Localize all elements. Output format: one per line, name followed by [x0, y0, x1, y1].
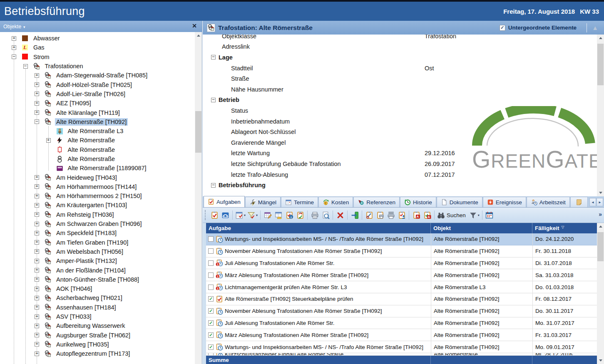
property-row[interactable]: Nähe Hausnummer — [203, 84, 604, 95]
print-button[interactable] — [309, 209, 320, 221]
tree-item[interactable]: +Am Rehsteig [TH036] — [0, 210, 195, 219]
tree-item[interactable]: +Augsburger Straße [TH062] — [0, 331, 195, 340]
expand-expander-icon[interactable]: + — [12, 45, 16, 50]
property-row[interactable]: StadtteilOst — [203, 63, 604, 74]
filter-check-button[interactable]: ▾ — [246, 209, 259, 221]
detail-scrollbar[interactable] — [597, 35, 604, 196]
subordinate-elements-checkbox[interactable]: ✓ — [500, 25, 505, 31]
tree-item[interactable]: Alte Römerstraße [11899087] — [0, 163, 195, 173]
unchecked-checkbox[interactable] — [208, 272, 214, 278]
table-edit-button[interactable] — [262, 209, 273, 221]
property-row[interactable]: letzte Sichtprüfung Gebäude Trafostation… — [203, 158, 604, 169]
print-list-button[interactable] — [385, 209, 396, 221]
list-layout-button[interactable]: ▾ — [234, 209, 246, 221]
tree-item[interactable]: +Ascherbachweg [TH021] — [0, 293, 195, 302]
expand-expander-icon[interactable]: + — [35, 203, 39, 208]
objects-menu-button[interactable]: Objekte — [0, 24, 21, 30]
scroll-up-icon[interactable] — [597, 223, 604, 230]
task-pdf-check-button[interactable]: A — [422, 209, 432, 221]
expand-expander-icon[interactable]: + — [35, 212, 39, 217]
task-print-button[interactable] — [375, 209, 385, 221]
expand-expander-icon[interactable]: + — [35, 259, 39, 263]
unchecked-checkbox[interactable] — [208, 285, 214, 290]
table-row[interactable]: Wartungs- und Inspektionsarbeiten MS- / … — [206, 233, 597, 245]
table-row[interactable]: !Juli Ablesung Trafostationen Alte Römer… — [206, 258, 597, 270]
tab-overflow-note[interactable] — [570, 197, 588, 207]
expand-expander-icon[interactable]: + — [35, 342, 39, 347]
expand-expander-icon[interactable]: + — [46, 138, 51, 143]
table-scrollbar-thumb[interactable] — [597, 232, 604, 261]
tree-item[interactable]: Alte Römerstraße L3 — [0, 126, 195, 136]
expand-expander-icon[interactable]: + — [35, 305, 39, 310]
tree-item[interactable]: +Aurikelweg [TH035] — [0, 340, 195, 349]
expand-expander-icon[interactable]: + — [35, 314, 39, 319]
chevron-down-icon[interactable]: ▾ — [478, 213, 480, 217]
table-scrollbar[interactable] — [597, 223, 604, 364]
task-sync-button[interactable] — [295, 209, 306, 221]
expand-expander-icon[interactable]: + — [35, 324, 39, 328]
expand-expander-icon[interactable]: + — [35, 231, 39, 235]
tree-item[interactable]: +AEZ [TH095] — [0, 99, 195, 108]
unchecked-checkbox[interactable] — [208, 236, 214, 242]
tasks-clipboard-button[interactable] — [209, 209, 220, 221]
tree-item[interactable]: +Anton-Günther-Straße [TH088] — [0, 275, 195, 284]
property-row[interactable]: −Betrieb — [203, 95, 604, 106]
tab-kosten[interactable]: €Kosten — [318, 197, 353, 207]
tree-item[interactable]: +ASV [TH033] — [0, 312, 195, 321]
column-header-f-lligkeit[interactable]: Fälligkeit▽ — [532, 223, 597, 233]
tree-item[interactable]: Alte Römerstraße — [0, 154, 195, 163]
tree-item[interactable]: +Am Tiefen Graben [TH190] — [0, 238, 195, 247]
checked-checkbox[interactable]: ✓ — [208, 308, 214, 314]
task-open-button[interactable] — [364, 209, 375, 221]
tree-item[interactable]: +Am Hörhammermoos [TH144] — [0, 182, 195, 191]
tree-item[interactable]: +Adolf-Hölzel-Straße [TH025] — [0, 80, 195, 89]
filter-funnel-button[interactable]: ▾ — [468, 209, 480, 221]
scroll-down-icon[interactable] — [597, 189, 604, 196]
chevron-down-icon[interactable]: ▾ — [256, 213, 258, 217]
expand-expander-icon[interactable]: + — [35, 101, 39, 106]
tree-item[interactable]: +AOK [TH046] — [0, 284, 195, 293]
property-row[interactable]: Straße — [203, 73, 604, 84]
tree-item[interactable]: +Adolf-Lier-Straße [TH026] — [0, 89, 195, 99]
table-row[interactable]: ✓November Ablesung Trafostationen Alte R… — [206, 305, 597, 317]
tree-item[interactable]: +Adam-Stegerwald-Straße [TH085] — [0, 71, 195, 80]
property-row[interactable]: Gravierende Mängel — [203, 137, 604, 148]
tree-item[interactable]: +Amper-Plastik [TH132] — [0, 256, 195, 265]
task-assign-button[interactable] — [396, 209, 407, 221]
tab-arbeitszeit[interactable]: Arbeitszeit — [527, 197, 570, 207]
checked-checkbox[interactable]: ✓ — [208, 332, 214, 338]
timeline-button[interactable] — [220, 209, 231, 221]
property-row[interactable]: Inbetriebnahmedatum — [203, 116, 604, 127]
table-row[interactable]: !März Ablesung Trafostationen Alte Römer… — [206, 269, 597, 281]
tree-item[interactable]: +Am Schwarzen Graben [TH096] — [0, 219, 195, 228]
table-row[interactable]: ✓Wartungs- und Inspektionsarbeiten MS- /… — [206, 341, 597, 353]
tree-item[interactable]: +Am Speckfeld [TH183] — [0, 228, 195, 238]
tab-m-ngel[interactable]: Mängel — [245, 197, 281, 207]
table-row[interactable]: November Ablesung Trafostationen Alte Rö… — [206, 245, 597, 258]
expand-expander-icon[interactable]: + — [35, 82, 39, 87]
collapse-panel-icon[interactable]: ▲ — [592, 24, 598, 31]
expand-expander-icon[interactable]: + — [35, 333, 39, 337]
tab-termine[interactable]: Termine — [281, 197, 318, 207]
table-row[interactable]: ✓März Ablesung Trafostationen Alte Römer… — [206, 329, 597, 341]
print-preview-button[interactable] — [320, 209, 331, 221]
collapse-expander-icon[interactable]: − — [23, 64, 28, 69]
property-row[interactable]: ObjektklasseTrafostation — [203, 35, 604, 42]
tree-item[interactable]: +An der Floßlände [TH104] — [0, 265, 195, 275]
checked-checkbox[interactable]: ✓ — [208, 344, 214, 350]
tree-scrollbar-thumb[interactable] — [195, 111, 201, 153]
tree-scrollbar[interactable] — [195, 32, 202, 364]
expand-expander-icon[interactable]: + — [35, 110, 39, 115]
tree-item[interactable]: +Abwasser — [0, 34, 195, 43]
property-row[interactable]: −Lage — [203, 52, 604, 63]
search-binoculars-button[interactable]: Suchen — [436, 209, 468, 221]
tree-item[interactable]: +Alte Römerstraße — [0, 136, 195, 145]
toolbar-overflow-button[interactable]: » — [599, 211, 602, 218]
property-row[interactable]: Status — [203, 105, 604, 116]
expand-expander-icon[interactable]: + — [12, 36, 16, 41]
tab-historie[interactable]: Historie — [400, 197, 436, 207]
table-row[interactable]: !Lichtmanagementgerät prüfen Alte Römer … — [206, 281, 597, 293]
property-row[interactable]: Ablageort Not-Schlüssel — [203, 126, 604, 137]
tree-item[interactable]: −Trafostationen — [0, 62, 195, 71]
task-info-button[interactable]: i — [284, 209, 295, 221]
